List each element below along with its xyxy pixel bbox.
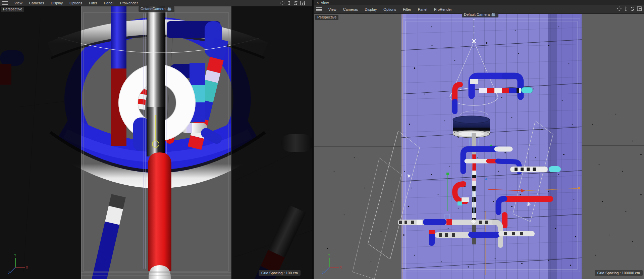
axis-y-label: Y bbox=[14, 253, 16, 257]
grid-spacing-label: Grid Spacing : 100000 cm bbox=[595, 270, 643, 276]
menu-prorender[interactable]: ProRender bbox=[117, 1, 141, 5]
menu-cameras[interactable]: Cameras bbox=[340, 7, 362, 11]
menu-options[interactable]: Options bbox=[66, 1, 86, 5]
tabbar-right: × View bbox=[314, 0, 644, 5]
camera-label[interactable]: Default Camera bbox=[462, 12, 498, 17]
axis-z-label: Z bbox=[8, 271, 10, 275]
grid-spacing-label: Grid Spacing : 100 cm bbox=[259, 270, 301, 276]
pipe-left-vertical[interactable] bbox=[111, 6, 126, 146]
pan-icon[interactable] bbox=[280, 1, 285, 5]
projection-label[interactable]: Perspective bbox=[1, 7, 24, 12]
viewport-canvas-right[interactable] bbox=[314, 13, 644, 279]
rotate-icon[interactable] bbox=[293, 1, 298, 5]
axis-gizmo: Y X Z bbox=[5, 252, 29, 275]
menu-panel[interactable]: Panel bbox=[415, 7, 431, 11]
menu-hamburger-icon[interactable] bbox=[316, 7, 322, 11]
tab-title[interactable]: View bbox=[321, 1, 329, 5]
axis-x-label: X bbox=[26, 266, 28, 269]
maximize-icon[interactable] bbox=[637, 6, 642, 11]
pipe-center-red[interactable] bbox=[148, 152, 171, 279]
camera-label[interactable]: OctaneCamera bbox=[139, 6, 174, 12]
camera-icon bbox=[167, 7, 172, 11]
pan-icon[interactable] bbox=[617, 6, 622, 11]
menu-filter[interactable]: Filter bbox=[86, 1, 100, 5]
axis-y-label: Y bbox=[328, 253, 330, 257]
viewport-right[interactable]: × View View Cameras Display Options Filt… bbox=[314, 0, 644, 279]
axis-gizmo: Y X Z bbox=[319, 252, 343, 275]
axis-z-label: Z bbox=[322, 271, 324, 275]
menu-view[interactable]: View bbox=[11, 1, 26, 5]
camera-label-text: OctaneCamera bbox=[141, 7, 166, 11]
projection-label[interactable]: Perspective bbox=[315, 15, 338, 20]
menubar-left: View Cameras Display Options Filter Pane… bbox=[0, 0, 312, 6]
viewport-nav-icons-left bbox=[280, 1, 305, 5]
viewport-nav-icons-right bbox=[617, 6, 642, 11]
menu-view[interactable]: View bbox=[325, 7, 340, 11]
drum-cylinder[interactable] bbox=[453, 116, 490, 138]
camera-icon bbox=[491, 13, 496, 16]
rotate-icon[interactable] bbox=[630, 6, 635, 11]
menu-options[interactable]: Options bbox=[380, 7, 399, 11]
dolly-icon[interactable] bbox=[624, 6, 628, 11]
dolly-icon[interactable] bbox=[287, 1, 291, 5]
menu-hamburger-icon[interactable] bbox=[2, 1, 8, 5]
tab-close-icon[interactable]: × bbox=[317, 1, 319, 5]
menu-display[interactable]: Display bbox=[47, 1, 66, 5]
menu-prorender[interactable]: ProRender bbox=[431, 7, 455, 11]
viewport-left[interactable]: View Cameras Display Options Filter Pane… bbox=[0, 0, 312, 279]
menu-display[interactable]: Display bbox=[361, 7, 380, 11]
menu-cameras[interactable]: Cameras bbox=[26, 1, 48, 5]
axis-x-label: X bbox=[340, 266, 342, 269]
menu-filter[interactable]: Filter bbox=[399, 7, 414, 11]
menu-panel[interactable]: Panel bbox=[101, 1, 117, 5]
viewport-canvas-left[interactable] bbox=[0, 6, 312, 279]
camera-label-text: Default Camera bbox=[464, 12, 490, 17]
maximize-icon[interactable] bbox=[300, 1, 305, 5]
